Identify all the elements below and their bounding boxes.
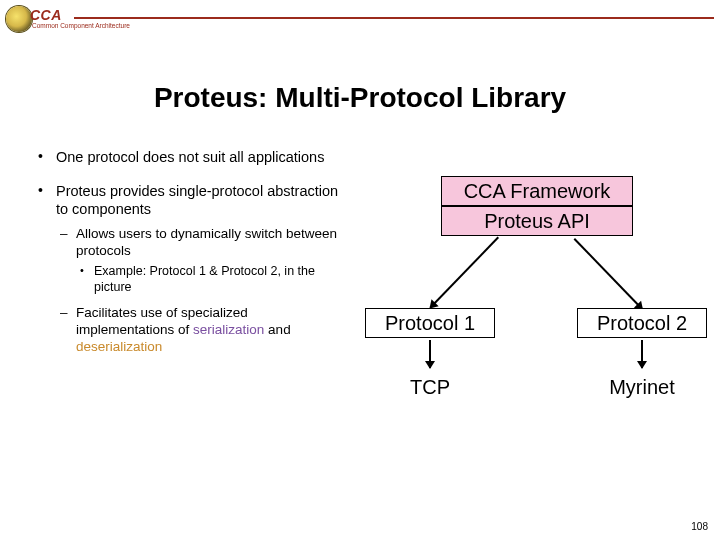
cca-logo-icon (6, 6, 32, 32)
bullet-column: One protocol does not suit all applicati… (34, 148, 349, 372)
brand-subtitle: Common Component Architecture (32, 22, 714, 29)
bullet-2a-text: Allows users to dynamically switch betwe… (76, 226, 337, 258)
bullet-2: Proteus provides single-protocol abstrac… (34, 182, 349, 356)
bullet-2b-mid: and (264, 322, 290, 337)
page-number: 108 (691, 521, 708, 532)
box-protocol-2: Protocol 2 (577, 308, 707, 338)
box-proteus-api: Proteus API (441, 206, 633, 236)
bullet-2-text: Proteus provides single-protocol abstrac… (56, 183, 338, 217)
diagram-area: CCA Framework Proteus API Protocol 1 Pro… (349, 148, 690, 372)
box-protocol-1: Protocol 1 (365, 308, 495, 338)
label-tcp: TCP (375, 372, 485, 402)
bullet-1: One protocol does not suit all applicati… (34, 148, 349, 166)
arrow-proto1-to-tcp (429, 340, 431, 368)
box-cca-framework: CCA Framework (441, 176, 633, 206)
brand-block: CCA Common Component Architecture (30, 7, 714, 29)
keyword-serialization: serialization (193, 322, 264, 337)
arrow-api-to-proto2 (574, 238, 644, 310)
arrow-api-to-proto1 (429, 237, 499, 309)
slide-title: Proteus: Multi-Protocol Library (0, 82, 720, 114)
arrow-proto2-to-myrinet (641, 340, 643, 368)
slide-header: CCA Common Component Architecture (0, 0, 720, 34)
bullet-2b: Facilitates use of specialized implement… (56, 305, 349, 356)
bullet-2a1: Example: Protocol 1 & Protocol 2, in the… (76, 264, 349, 295)
bullet-2a: Allows users to dynamically switch betwe… (56, 226, 349, 295)
slide-content: One protocol does not suit all applicati… (0, 148, 720, 372)
label-myrinet: Myrinet (587, 372, 697, 402)
keyword-deserialization: deserialization (76, 339, 162, 354)
header-rule (74, 17, 714, 19)
brand-acronym: CCA (30, 7, 62, 23)
